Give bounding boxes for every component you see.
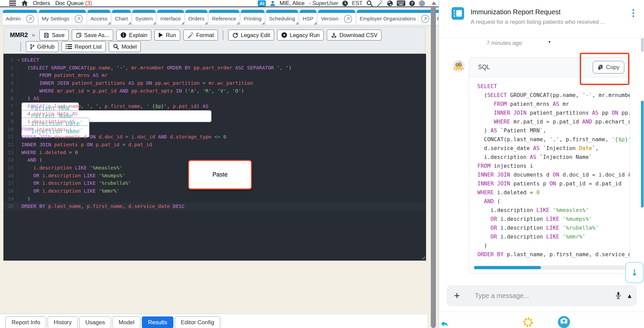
line-number: 3	[3, 71, 17, 79]
message-input[interactable]	[474, 292, 615, 300]
bottom-tab-history[interactable]: History	[48, 316, 78, 328]
tab-chart[interactable]: Chart	[112, 10, 131, 24]
frame-scrollbar-thumb[interactable]	[431, 6, 436, 328]
globe-icon[interactable]	[387, 0, 393, 6]
keyboard-icon[interactable]	[397, 0, 405, 6]
external-link-icon[interactable]	[344, 15, 352, 23]
tab-admin[interactable]: Admin	[3, 10, 37, 24]
tab-printing[interactable]: Printing	[241, 10, 265, 24]
tab-label: My Settings	[42, 16, 69, 22]
editor-line-7[interactable]: 7 CONCAT(p.last_name, ', ', p.first_name…	[3, 102, 426, 110]
microphone-icon[interactable]	[615, 291, 622, 300]
external-link-icon[interactable]	[74, 15, 83, 23]
editor-line-13[interactable]: 13WHERE i.deleted = 0	[3, 149, 426, 157]
editor-line-12[interactable]: 12INNER JOIN patients p ON p.pat_id = d.…	[3, 141, 426, 149]
tab-dropdown-notch	[181, 22, 184, 24]
brand-logo-icon[interactable]	[558, 316, 570, 328]
tab-dropdown-notch	[153, 22, 156, 24]
save-button[interactable]: Save	[39, 30, 69, 40]
orders-link[interactable]: Orders	[33, 0, 50, 6]
legacy-run-button[interactable]: Legacy Run	[277, 30, 324, 40]
code-hscrollbar-track[interactable]	[473, 265, 626, 270]
help-icon[interactable]: ?	[409, 0, 415, 6]
tab-reference[interactable]: Reference	[209, 10, 239, 24]
paste-label: Paste	[213, 171, 228, 178]
bottom-tab-model[interactable]: Model	[113, 316, 140, 328]
paste-popup[interactable]: Paste	[188, 160, 252, 190]
editor-line-1[interactable]: 1▾SELECT	[3, 56, 426, 64]
line-number: 12	[3, 141, 17, 149]
fold-caret-icon[interactable]: ▾	[18, 56, 20, 64]
legacy-edit-button[interactable]: Legacy Edit	[228, 30, 274, 40]
tab-version[interactable]: Version	[318, 10, 355, 24]
tab-my-settings[interactable]: My Settings	[39, 10, 86, 24]
editor-line-8[interactable]: 8 d.service_date AS `Injection Date`,	[3, 110, 426, 118]
info-icon	[120, 32, 126, 38]
download-csv-button[interactable]: Download CSV	[327, 30, 382, 40]
bottom-tab-results[interactable]: Results	[142, 316, 173, 328]
tab-dropdown-notch	[262, 22, 265, 24]
chat-scrollbar-thumb-blue[interactable]	[641, 101, 644, 208]
line-code: AND (	[17, 156, 42, 164]
github-button[interactable]: GitHub	[26, 41, 58, 52]
ai-badge[interactable]: AI	[258, 0, 266, 6]
attach-plus-button[interactable]: +	[454, 291, 460, 301]
kebab-menu-icon[interactable]	[632, 9, 634, 17]
bottom-tab-editor-config[interactable]: Editor Config	[175, 316, 220, 328]
tab-system[interactable]: System	[132, 10, 156, 24]
editor-line-10[interactable]: 10FROM injections i	[3, 126, 426, 133]
editor-line-2[interactable]: 2 (SELECT GROUP_CONCAT(pp.name, '-', mr.…	[3, 64, 426, 72]
run-button[interactable]: Run	[154, 30, 180, 40]
sun-logo-icon[interactable]	[522, 316, 534, 328]
save-as-button[interactable]: Save As...	[72, 30, 113, 40]
collapse-caret-icon[interactable]: ▲	[628, 293, 631, 298]
scroll-to-bottom-button[interactable]: ↓	[625, 262, 644, 283]
chevron-right-icon[interactable]: »	[32, 32, 35, 38]
tab-dropdown-notch	[108, 22, 111, 24]
format-button[interactable]: Format	[183, 30, 218, 40]
tab-hsp[interactable]: HSP	[300, 10, 317, 24]
line-number: 14	[3, 156, 17, 164]
line-code: OR i.description LIKE '%rubella%'	[17, 179, 131, 187]
avatar-circle[interactable]	[419, 0, 425, 6]
model-button[interactable]: Model	[109, 41, 141, 52]
explain-button[interactable]: Explain	[116, 30, 151, 40]
chat-scrollbar-thumb-gray[interactable]	[641, 38, 644, 52]
home-icon[interactable]	[21, 0, 28, 6]
editor-resize-handle[interactable]	[421, 255, 425, 260]
bottom-tab-usages[interactable]: Usages	[79, 316, 111, 328]
user-name[interactable]: MIE, Alice	[279, 0, 304, 6]
external-link-icon[interactable]	[26, 15, 34, 23]
editor-line-11[interactable]: 11INNER JOIN documents d ON d.doc_id = i…	[3, 133, 426, 141]
scrollbar-up-arrow[interactable]	[431, 1, 436, 5]
editor-line-19[interactable]: 19 )	[3, 195, 426, 203]
toolbar-separator	[20, 42, 21, 51]
play-icon	[158, 32, 163, 38]
line-code: i.description LIKE '%measles%'	[17, 164, 122, 172]
report-list-button[interactable]: Report List	[62, 41, 106, 52]
editor-line-9[interactable]: 9 i.description AS `Injection Name`	[3, 118, 426, 126]
tab-interface[interactable]: Interface	[157, 10, 184, 24]
editor-line-3[interactable]: 3 FROM patient_mrns AS mr	[3, 71, 426, 79]
wand-icon[interactable]	[377, 0, 383, 6]
tab-employer-organizations[interactable]: Employer Organizations	[357, 10, 433, 24]
tab-orders[interactable]: Orders	[185, 10, 207, 24]
bottom-tab-report-info[interactable]: Report Info	[5, 316, 46, 328]
editor-line-6[interactable]: 6 ) AS `Patient MRN`,	[3, 95, 426, 102]
bottom-tab-bar: Report InfoHistoryUsagesModelResultsEdit…	[0, 314, 427, 328]
tab-access[interactable]: Access	[87, 10, 111, 24]
timestamp-caret-icon[interactable]: ▾	[548, 39, 550, 44]
svg-text:?: ?	[411, 1, 413, 5]
back-arrow-icon[interactable]	[440, 320, 449, 328]
sql-code-editor[interactable]: 1▾SELECT2 (SELECT GROUP_CONCAT(pp.name, …	[3, 54, 426, 261]
external-link-icon[interactable]	[421, 15, 429, 23]
editor-line-4[interactable]: 4 INNER JOIN patient_partitions AS pp ON…	[3, 79, 426, 87]
search-icon[interactable]	[366, 0, 373, 7]
code-hscrollbar-thumb[interactable]	[474, 266, 541, 269]
hamburger-menu-icon[interactable]	[9, 0, 16, 6]
tab-label: Employer Organizations	[360, 16, 416, 22]
editor-line-20[interactable]: 20ORDER BY p.last_name, p.first_name, d.…	[3, 202, 426, 210]
doc-queue-link[interactable]: Doc Queue (3)	[55, 0, 92, 6]
tab-scheduling[interactable]: Scheduling	[266, 10, 298, 24]
editor-line-5[interactable]: 5 WHERE mr.pat_id = p.pat_id AND pp.echa…	[3, 87, 426, 95]
